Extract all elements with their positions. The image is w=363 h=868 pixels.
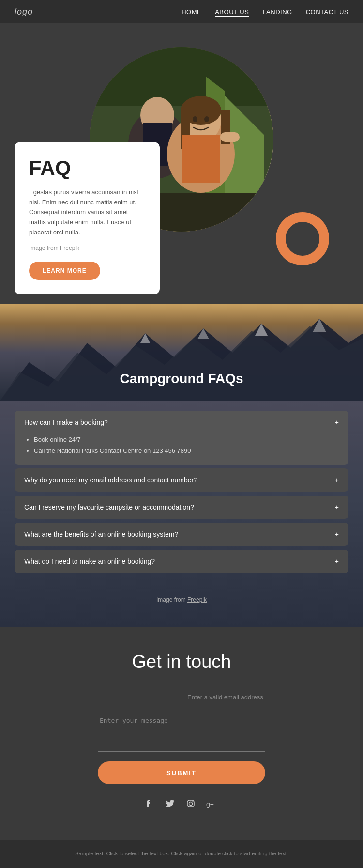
faq-item-1: How can I make a booking? + Book online … <box>15 411 348 465</box>
nav-about[interactable]: ABOUT US <box>215 8 249 17</box>
nav-links: HOME ABOUT US LANDING CONTACT US <box>182 7 348 16</box>
svg-text:g+: g+ <box>206 800 214 808</box>
campground-section: Campground FAQs How can I make a booking… <box>0 304 363 627</box>
faq-answer-item-1-2: Call the National Parks Contact Centre o… <box>34 445 339 456</box>
faq-answer-item-1-1: Book online 24/7 <box>34 434 339 445</box>
faq-toggle-icon-5: + <box>335 558 339 565</box>
contact-title: Get in touch <box>15 651 348 672</box>
submit-button[interactable]: SUBMIT <box>98 761 265 784</box>
facebook-icon[interactable] <box>145 799 155 811</box>
faq-question-3[interactable]: Can I reserve my favourite campsite or a… <box>15 496 348 519</box>
faq-question-text-2: Why do you need my email address and con… <box>24 476 197 484</box>
faq-question-1[interactable]: How can I make a booking? + <box>15 411 348 434</box>
footer: Sample text. Click to select the text bo… <box>0 840 363 868</box>
image-credit-text: Image from <box>156 596 187 603</box>
svg-rect-15 <box>220 132 240 142</box>
faq-question-4[interactable]: What are the benefits of an online booki… <box>15 523 348 546</box>
svg-point-12 <box>193 116 197 122</box>
faq-item-5: What do I need to make an online booking… <box>15 550 348 573</box>
campground-title: Campground FAQs <box>0 371 363 387</box>
faq-question-text-3: Can I reserve my favourite campsite or a… <box>24 503 194 511</box>
faq-question-text-5: What do I need to make an online booking… <box>24 558 155 565</box>
faq-item-2: Why do you need my email address and con… <box>15 468 348 492</box>
faq-toggle-icon-4: + <box>335 530 339 538</box>
campground-image-credit: Image from Freepik <box>0 587 363 613</box>
faq-toggle-icon-1: + <box>335 418 339 426</box>
svg-rect-1 <box>90 47 273 106</box>
svg-point-26 <box>193 801 194 802</box>
nav-contact[interactable]: CONTACT US <box>306 8 348 16</box>
mountain-background: Campground FAQs <box>0 304 363 401</box>
contact-form-row <box>15 690 348 705</box>
email-input[interactable] <box>185 690 265 705</box>
faq-question-text-1: How can I make a booking? <box>24 418 108 426</box>
freepik-link[interactable]: Freepik <box>187 596 207 603</box>
navigation: logo HOME ABOUT US LANDING CONTACT US <box>0 0 363 23</box>
faq-list: How can I make a booking? + Book online … <box>0 401 363 587</box>
footer-text: Sample text. Click to select the text bo… <box>10 850 353 858</box>
faq-answer-1: Book online 24/7 Call the National Parks… <box>15 434 348 465</box>
faq-item-3: Can I reserve my favourite campsite or a… <box>15 496 348 519</box>
name-input[interactable] <box>98 690 178 705</box>
svg-point-25 <box>189 802 193 805</box>
instagram-icon[interactable] <box>186 799 196 811</box>
contact-section: Get in touch SUBMIT g+ <box>0 627 363 840</box>
faq-toggle-icon-3: + <box>335 503 339 511</box>
faq-toggle-icon-2: + <box>335 476 339 484</box>
twitter-icon[interactable] <box>166 799 175 811</box>
nav-home[interactable]: HOME <box>182 8 201 16</box>
learn-more-button[interactable]: LEARN MORE <box>29 262 100 280</box>
faq-question-2[interactable]: Why do you need my email address and con… <box>15 468 348 492</box>
faq-card: FAQ Egestas purus viverra accumsan in ni… <box>15 142 160 294</box>
faq-question-text-4: What are the benefits of an online booki… <box>24 530 178 538</box>
faq-card-description: Egestas purus viverra accumsan in nisl n… <box>29 187 145 238</box>
faq-image-credit: Image from Freepik <box>29 244 145 253</box>
faq-item-4: What are the benefits of an online booki… <box>15 523 348 546</box>
logo: logo <box>15 7 33 17</box>
nav-landing[interactable]: LANDING <box>262 8 292 16</box>
decorative-ring <box>276 212 329 265</box>
mountain-svg <box>0 304 363 401</box>
faq-card-title: FAQ <box>29 156 145 180</box>
message-textarea[interactable] <box>98 713 265 752</box>
google-plus-icon[interactable]: g+ <box>206 799 218 811</box>
svg-point-13 <box>204 116 209 122</box>
svg-rect-14 <box>182 135 220 183</box>
faq-question-5[interactable]: What do I need to make an online booking… <box>15 550 348 573</box>
hero-section: FAQ Egestas purus viverra accumsan in ni… <box>0 23 363 304</box>
social-icons: g+ <box>15 799 348 811</box>
